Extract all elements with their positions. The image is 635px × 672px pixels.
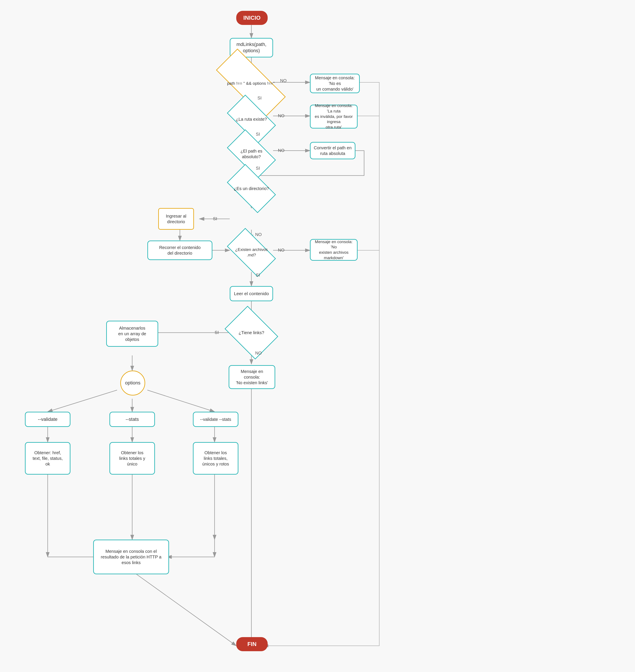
msg-no-links-label: Mensaje en consola: 'No existen links' (232, 368, 271, 385)
label-cond4-no: NO (254, 231, 263, 238)
result-validate-label: Obtener: href, text, file, status, ok (33, 450, 63, 467)
condition3-label: ¿El path es absoluto? (239, 147, 264, 160)
node-msg-no-links: Mensaje en consola: 'No existen links' (228, 365, 275, 389)
stats-label: --stats (126, 416, 139, 423)
node-ingresar: Ingresar al directorio (158, 208, 194, 230)
flowchart: INICIO mdLinks(path, options) path !== '… (0, 0, 635, 672)
label-cond3-no: NO (275, 147, 287, 153)
node-condition6: ¿Tiene links? (230, 316, 273, 349)
msg-http-label: Mensaje en consola con el resultado de l… (101, 548, 161, 565)
label-cond5-si: SI (254, 272, 262, 278)
inicio-label: INICIO (243, 14, 261, 22)
node-convert-path: Convertir el path en ruta absoluta (310, 142, 355, 159)
validate-stats-label: --validate --stats (200, 417, 231, 422)
node-validate: --validate (25, 412, 70, 427)
label-cond6-no: NO (254, 350, 263, 356)
node-validate-stats: --validate --stats (193, 412, 238, 427)
condition2-label: ¿La ruta existe? (234, 115, 268, 123)
arrow-options-validate (48, 390, 117, 412)
label-cond1-si: SI (254, 95, 265, 101)
fin-label: FIN (247, 641, 257, 648)
condition5-label: ¿Existen archivos .md? (234, 246, 269, 259)
result-vs-label: Obtener los links totales, únicos y roto… (202, 450, 229, 467)
node-result-stats: Obtener los links totales y único (109, 442, 155, 475)
node-condition3: ¿El path es absoluto? (230, 141, 273, 167)
arrow-msghttp-fin (136, 574, 236, 646)
label-cond4-si: SI (210, 216, 220, 222)
node-options: options (120, 371, 145, 396)
msg-invalid-ruta-label: Mensaje en consola: 'La ruta es inválida… (313, 103, 354, 130)
node-result-validate: Obtener: href, text, file, status, ok (25, 442, 70, 475)
label-cond6-si: SI (211, 329, 222, 335)
label-cond2-no: NO (275, 113, 287, 119)
condition6-label: ¿Tiene links? (237, 329, 266, 336)
result-stats-label: Obtener los links totales y único (119, 450, 145, 467)
node-result-vs: Obtener los links totales, únicos y roto… (193, 442, 238, 475)
convert-path-label: Convertir el path en ruta absoluta (313, 145, 352, 156)
arrow-invalcmd-line (357, 82, 379, 116)
label-cond2-si: SI (254, 131, 262, 137)
label-cond5-no: NO (275, 247, 287, 253)
condition1-label: path !== '' && options !=='' (225, 80, 276, 87)
arrow-invalruta-line (357, 116, 379, 176)
node-condition2: ¿La ruta existe? (230, 106, 273, 132)
label-cond3-si: SI (254, 165, 262, 171)
node-msg-invalid-ruta: Mensaje en consola: 'La ruta es inválida… (310, 105, 357, 129)
node-msg-http: Mensaje en consola con el resultado de l… (93, 540, 169, 574)
node-msg-no-md: Mensaje en consola: 'No existen archivos… (310, 239, 357, 261)
node-fin: FIN (236, 637, 268, 651)
options-label: options (125, 380, 140, 386)
node-recorrer: Recorrer el contenido del directorio (147, 241, 212, 260)
node-stats: --stats (109, 412, 155, 427)
msg-no-md-label: Mensaje en consola: 'No existen archivos… (313, 239, 354, 261)
ingresar-label: Ingresar al directorio (166, 213, 187, 224)
almacenar-label: Almacenarlos en un array de objetos (118, 325, 146, 342)
validate-label: --validate (38, 416, 58, 423)
condition4-label: ¿Es un directorio? (232, 185, 271, 192)
node-inicio: INICIO (236, 11, 268, 25)
msg-invalid-cmd-label: Mensaje en consola: 'No es un comando vá… (313, 75, 356, 92)
node-almacenar: Almacenarlos en un array de objetos (106, 321, 158, 347)
arrow-options-vs (147, 390, 215, 412)
leer-label: Leer el contenido (234, 291, 269, 296)
label-cond1-no: NO (278, 77, 289, 84)
recorrer-label: Recorrer el contenido del directorio (159, 245, 200, 256)
node-condition4: ¿Es un directorio? (230, 176, 273, 202)
node-condition5: ¿Existen archivos .md? (230, 240, 273, 266)
node-condition1: path !== '' && options !=='' (217, 68, 285, 98)
node-msg-invalid-cmd: Mensaje en consola: 'No es un comando vá… (310, 74, 360, 93)
node-leer: Leer el contenido (230, 286, 273, 301)
